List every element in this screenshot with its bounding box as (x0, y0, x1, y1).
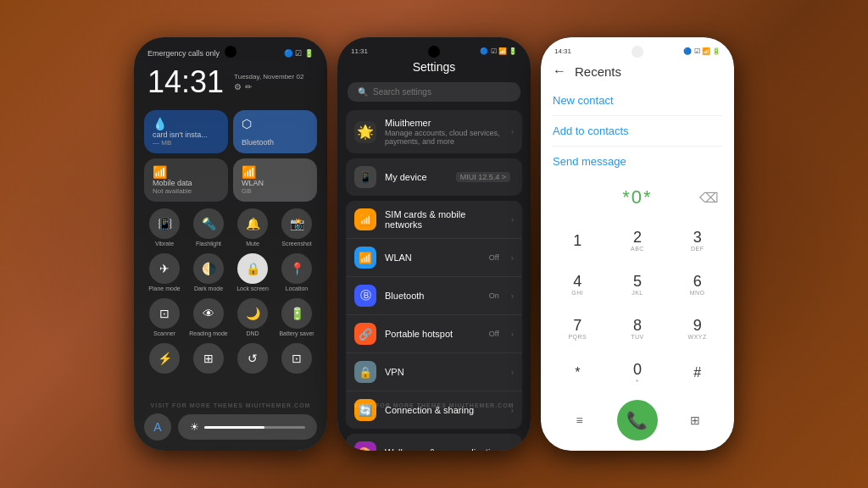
btn-flash[interactable]: ⚡ (144, 343, 185, 374)
miuithemer-text: Miuithemer Manage accounts, cloud servic… (385, 118, 503, 146)
vibrate-icon: 📳 (158, 217, 172, 230)
miuithemer-item[interactable]: 🌟 Miuithemer Manage accounts, cloud serv… (346, 110, 522, 153)
tile-wlan-icon: 📶 (242, 165, 309, 179)
brightness-bar[interactable] (204, 426, 305, 429)
dialer-grid-btn[interactable]: ⊞ (679, 404, 711, 436)
plane-label: Plane mode (148, 286, 180, 291)
settings-search[interactable]: 🔍 Search settings (348, 82, 520, 102)
back-button[interactable]: ← (553, 64, 566, 79)
dial-key-4[interactable]: 4 GHI (548, 263, 608, 307)
btn-plane[interactable]: ✈ Plane mode (144, 253, 185, 291)
dial-key-7[interactable]: 7 PQRS (548, 307, 608, 351)
btn-battery[interactable]: 🔋 Battery saver (276, 298, 317, 336)
mydevice-icon: 📱 (354, 166, 376, 188)
bluetooth-settings-text: Bluetooth (385, 291, 481, 301)
hotspot-value: Off (489, 330, 499, 338)
btn-dnd[interactable]: 🌙 DND (232, 298, 273, 336)
btn-scanner[interactable]: ⊡ Scanner (144, 298, 185, 336)
wallpaper-name: Wallpaper & personalization (385, 447, 503, 451)
mydevice-badge: MIUI 12.5.4 > (456, 172, 510, 182)
dial-key-star[interactable]: * (548, 351, 608, 395)
recents-new-contact[interactable]: New contact (553, 86, 722, 116)
settings-item-vpn[interactable]: 🔒 VPN › (346, 353, 522, 391)
btn-screenshot[interactable]: 📸 Screenshot (276, 208, 317, 247)
recents-send-message[interactable]: Send message (553, 147, 722, 176)
center-phone: 11:31 🔵 ☑ 📶 🔋 Settings 🔍 Search settings… (337, 37, 531, 451)
main-settings-section: 📶 SIM cards & mobile networks › 📶 WLAN O… (346, 201, 522, 429)
menu-icon: ≡ (576, 413, 583, 427)
battery-icon: 🔋 (290, 307, 304, 320)
wlan-settings-arrow: › (511, 253, 514, 263)
mydevice-item[interactable]: 📱 My device MIUI 12.5.4 > (346, 158, 522, 196)
vpn-text: VPN (385, 367, 503, 377)
recents-add-contact[interactable]: Add to contacts (553, 116, 722, 147)
clock-gear-icon[interactable]: ⚙ (234, 82, 242, 92)
btn-mute[interactable]: 🔔 Mute (232, 208, 273, 247)
dial-key-1[interactable]: 1 (548, 219, 608, 263)
center-status-icons: 🔵 ☑ 📶 🔋 (480, 47, 517, 55)
dial-key-6[interactable]: 6 MNO (667, 263, 727, 307)
status-icons: 🔵 ☑ 🔋 (284, 49, 314, 58)
dial-key-5[interactable]: 5 JKL (608, 263, 668, 307)
multi-icon: ⊞ (203, 352, 214, 365)
btn-extra[interactable]: ⊡ (276, 343, 317, 374)
miuithemer-section: 🌟 Miuithemer Manage accounts, cloud serv… (346, 110, 522, 153)
settings-item-connection[interactable]: 🔄 Connection & sharing › (346, 391, 522, 429)
tile-bluetooth-label: Bluetooth (242, 138, 309, 147)
tile-bluetooth[interactable]: ⬡ Bluetooth (233, 110, 317, 153)
clock-edit-icon[interactable]: ✏ (245, 82, 252, 92)
screenshot-icon: 📸 (290, 217, 304, 230)
call-button[interactable]: 📞 (617, 400, 658, 441)
tile-data[interactable]: 💧 card isn't insta... — MB (144, 110, 228, 153)
dial-key-3[interactable]: 3 DEF (667, 219, 727, 263)
tile-data-sub: — MB (153, 139, 220, 147)
dialer-display: *0* (612, 176, 662, 219)
dial-key-9[interactable]: 9 WXYZ (667, 307, 727, 351)
dial-key-8[interactable]: 8 TUV (608, 307, 668, 351)
settings-item-hotspot[interactable]: 🔗 Portable hotspot Off › (346, 315, 522, 353)
dialer-menu-btn[interactable]: ≡ (564, 404, 596, 436)
bluetooth-settings-value: On (489, 291, 499, 300)
grid-icon: ⊞ (690, 413, 700, 427)
search-placeholder: Search settings (373, 87, 431, 97)
btn-lock[interactable]: 🔒 Lock screen (232, 253, 273, 291)
hotspot-name: Portable hotspot (385, 329, 481, 339)
sim-name: SIM cards & mobile networks (385, 209, 503, 230)
battery-label: Battery saver (279, 330, 314, 336)
dialer-grid: 1 2 ABC 3 DEF 4 GHI 5 JKL (541, 219, 734, 395)
tile-wlan[interactable]: 📶 WLAN GB (233, 158, 317, 202)
bluetooth-settings-icon: Ⓑ (354, 285, 376, 307)
dial-key-hash[interactable]: # (667, 351, 727, 395)
btn-location[interactable]: 📍 Location (276, 253, 317, 291)
btn-dark[interactable]: 🌗 Dark mode (188, 253, 229, 291)
btn-multi[interactable]: ⊞ (188, 343, 229, 374)
left-watermark: VISIT FOR MORE THEMES MIUITHEMER.COM (134, 402, 327, 408)
settings-item-sim[interactable]: 📶 SIM cards & mobile networks › (346, 201, 522, 239)
btn-reading[interactable]: 👁 Reading mode (188, 298, 229, 336)
mute-icon: 🔔 (246, 217, 260, 230)
extra-icon: ⊡ (292, 352, 302, 365)
backspace-icon[interactable]: ⌫ (699, 190, 719, 206)
screenshot-label: Screenshot (281, 241, 311, 247)
brightness-control[interactable]: ☀ (178, 414, 317, 440)
flashlight-label: Flashlight (196, 241, 221, 247)
miuithemer-avatar: 🌟 (354, 121, 376, 143)
dnd-label: DND (246, 330, 259, 336)
clock-date: Tuesday, November 02 (234, 73, 303, 80)
scanner-label: Scanner (153, 330, 175, 336)
avatar-btn[interactable]: A (144, 413, 171, 441)
btn-vibrate[interactable]: 📳 Vibrate (144, 208, 185, 247)
settings-item-wlan[interactable]: 📶 WLAN Off › (346, 239, 522, 277)
dial-key-0[interactable]: 0 + (608, 351, 668, 395)
search-icon: 🔍 (358, 87, 368, 97)
settings-item-wallpaper[interactable]: 🎨 Wallpaper & personalization › (346, 434, 522, 451)
sim-arrow: › (511, 215, 514, 225)
btn-rotate[interactable]: ↺ (232, 343, 273, 374)
settings-item-bluetooth[interactable]: Ⓑ Bluetooth On › (346, 277, 522, 315)
tile-mobile-label: Mobile data (153, 179, 220, 187)
tile-mobile[interactable]: 📶 Mobile data Not available (144, 158, 228, 202)
btn-flashlight[interactable]: 🔦 Flashlight (188, 208, 229, 247)
center-punch-hole (428, 46, 440, 58)
center-screen: 11:31 🔵 ☑ 📶 🔋 Settings 🔍 Search settings… (337, 37, 531, 451)
dial-key-2[interactable]: 2 ABC (608, 219, 668, 263)
